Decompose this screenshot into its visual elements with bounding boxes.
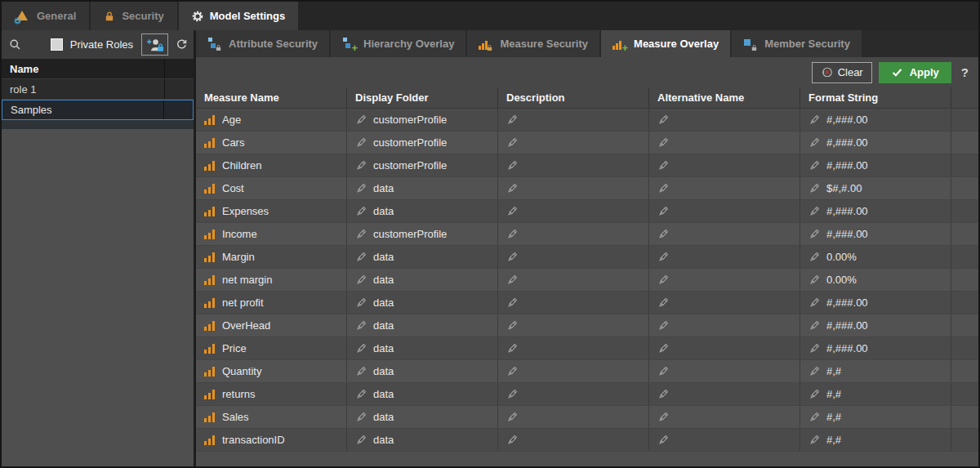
alternative-name-cell[interactable]: [649, 269, 800, 291]
apply-button[interactable]: Apply: [879, 62, 951, 83]
edit-icon: [657, 114, 669, 126]
table-row[interactable]: returns data #,#: [196, 383, 978, 406]
display-folder-cell[interactable]: customerProfile: [347, 223, 498, 245]
display-folder-cell[interactable]: data: [347, 314, 498, 337]
table-row[interactable]: Price data #,###.00: [196, 337, 978, 360]
tab-model-settings[interactable]: Model Settings: [179, 2, 300, 30]
tab-hierarchy-overlay[interactable]: + Hierarchy Overlay: [331, 30, 467, 57]
description-cell[interactable]: [498, 337, 649, 359]
table-row[interactable]: OverHead data #,###.00: [196, 314, 978, 337]
alternative-name-cell[interactable]: [649, 406, 800, 428]
tab-measure-security[interactable]: Measure Security: [467, 30, 601, 57]
alternative-name-cell[interactable]: [649, 314, 800, 337]
description-cell[interactable]: [498, 109, 649, 131]
display-folder-cell[interactable]: data: [347, 246, 498, 268]
alternative-name-cell[interactable]: [649, 177, 800, 199]
refresh-icon[interactable]: [176, 38, 188, 51]
table-row[interactable]: Age customerProfile #,###.00: [196, 109, 978, 131]
display-folder-cell[interactable]: customerProfile: [347, 154, 498, 176]
description-cell[interactable]: [498, 246, 649, 268]
format-string-cell[interactable]: 0.00%: [800, 246, 951, 268]
tab-general[interactable]: General: [2, 2, 91, 30]
description-cell[interactable]: [498, 292, 649, 314]
format-string-cell[interactable]: 0.00%: [800, 269, 951, 291]
display-folder-cell[interactable]: data: [347, 200, 498, 222]
alternative-name-cell[interactable]: [649, 360, 800, 382]
table-row[interactable]: net margin data 0.00%: [196, 269, 978, 292]
alternative-name-cell[interactable]: [649, 292, 800, 314]
description-cell[interactable]: [498, 360, 649, 382]
help-button[interactable]: ?: [961, 65, 969, 79]
alternative-name-cell[interactable]: [649, 246, 800, 268]
description-cell[interactable]: [498, 269, 649, 291]
table-row[interactable]: Income customerProfile #,###.00: [196, 223, 978, 246]
column-header-measure-name[interactable]: Measure Name: [196, 87, 347, 108]
description-cell[interactable]: [498, 223, 649, 245]
tab-attribute-security[interactable]: Attribute Security: [196, 30, 331, 57]
alternative-name-cell[interactable]: [649, 429, 800, 451]
description-cell[interactable]: [498, 200, 649, 222]
format-string-cell[interactable]: #,#: [800, 360, 951, 382]
description-cell[interactable]: [498, 314, 649, 337]
tab-member-security[interactable]: Member Security: [732, 30, 863, 57]
format-string-cell[interactable]: #,#: [800, 383, 951, 405]
format-string-cell[interactable]: #,###.00: [800, 314, 951, 337]
column-header-display-folder[interactable]: Display Folder: [347, 87, 498, 108]
column-header-description[interactable]: Description: [498, 87, 649, 108]
alternative-name-cell[interactable]: [649, 337, 800, 359]
alternative-name-cell[interactable]: [649, 383, 800, 405]
alternative-name-cell[interactable]: [649, 223, 800, 245]
display-folder-cell[interactable]: data: [347, 429, 498, 451]
tab-label: Measure Overlay: [634, 38, 719, 50]
column-header-format-string[interactable]: Format String: [800, 87, 951, 108]
description-cell[interactable]: [498, 177, 649, 199]
display-folder-cell[interactable]: data: [347, 406, 498, 428]
display-folder-cell[interactable]: customerProfile: [347, 109, 498, 131]
role-row-samples[interactable]: Samples: [2, 100, 194, 120]
description-cell[interactable]: [498, 406, 649, 428]
alternative-name-cell[interactable]: [649, 154, 800, 176]
display-folder-cell[interactable]: data: [347, 177, 498, 199]
tab-security[interactable]: Security: [91, 2, 178, 30]
format-string-cell[interactable]: #,###.00: [800, 154, 951, 176]
display-folder-cell[interactable]: data: [347, 269, 498, 291]
table-row[interactable]: transactionID data #,#: [196, 429, 978, 452]
display-folder-cell[interactable]: data: [347, 337, 498, 359]
format-string-cell[interactable]: #,###.00: [800, 131, 951, 154]
clear-button[interactable]: Clear: [812, 62, 872, 83]
display-folder-cell[interactable]: customerProfile: [347, 131, 498, 154]
table-row[interactable]: Children customerProfile #,###.00: [196, 154, 978, 177]
format-string-cell[interactable]: #,###.00: [800, 200, 951, 222]
role-row-role1[interactable]: role 1: [2, 79, 194, 100]
table-row[interactable]: Sales data #,#: [196, 406, 978, 429]
table-row[interactable]: Quantity data #,#: [196, 360, 978, 383]
description-cell[interactable]: [498, 383, 649, 405]
edit-icon: [808, 206, 820, 217]
display-folder-cell[interactable]: data: [347, 383, 498, 405]
tab-measure-overlay[interactable]: + Measure Overlay: [601, 30, 732, 57]
format-string-cell[interactable]: $#,#.00: [800, 177, 951, 199]
table-row[interactable]: Cars customerProfile #,###.00: [196, 131, 978, 154]
table-row[interactable]: Margin data 0.00%: [196, 246, 978, 269]
format-string-cell[interactable]: #,###.00: [800, 109, 951, 131]
table-row[interactable]: Cost data $#,#.00: [196, 177, 978, 200]
add-role-button[interactable]: [141, 33, 168, 56]
display-folder-cell[interactable]: data: [347, 360, 498, 382]
private-roles-checkbox[interactable]: [51, 38, 63, 51]
format-string-cell[interactable]: #,###.00: [800, 223, 951, 245]
search-icon[interactable]: [9, 38, 21, 51]
format-string-cell[interactable]: #,#: [800, 406, 951, 428]
description-cell[interactable]: [498, 429, 649, 451]
description-cell[interactable]: [498, 154, 649, 176]
format-string-cell[interactable]: #,###.00: [800, 337, 951, 359]
table-row[interactable]: net profit data #,###.00: [196, 292, 978, 314]
format-string-cell[interactable]: #,#: [800, 429, 951, 451]
alternative-name-cell[interactable]: [649, 200, 800, 222]
alternative-name-cell[interactable]: [649, 109, 800, 131]
table-row[interactable]: Expenses data #,###.00: [196, 200, 978, 223]
alternative-name-cell[interactable]: [649, 131, 800, 154]
column-header-alternative-name[interactable]: Alternative Name: [649, 87, 800, 108]
format-string-cell[interactable]: #,###.00: [800, 292, 951, 314]
description-cell[interactable]: [498, 131, 649, 154]
display-folder-cell[interactable]: data: [347, 292, 498, 314]
